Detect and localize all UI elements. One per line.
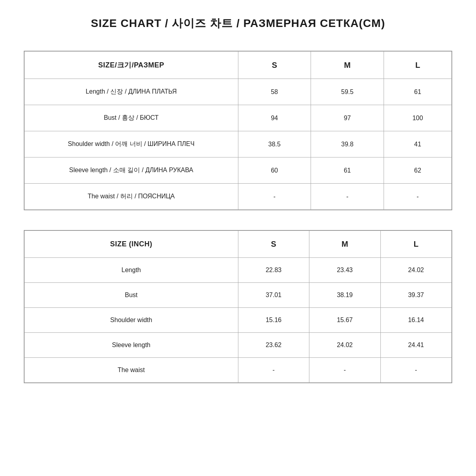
- inch-table-size-s: S: [238, 231, 309, 258]
- inch-row-label: Shoulder width: [25, 308, 238, 333]
- inch-row-l: 39.37: [380, 283, 452, 308]
- inch-table-row: The waist - - -: [25, 358, 452, 383]
- inch-row-m: 15.67: [309, 308, 381, 333]
- cm-table-size-s: S: [238, 52, 311, 79]
- inch-row-m: 24.02: [309, 333, 381, 358]
- cm-row-l: 100: [384, 105, 451, 131]
- inch-table-row: Length 22.83 23.43 24.02: [25, 258, 452, 283]
- cm-row-s: -: [238, 184, 311, 210]
- cm-row-l: 61: [384, 79, 451, 105]
- inch-table-size-l: L: [380, 231, 452, 258]
- inch-table-row: Bust 37.01 38.19 39.37: [25, 283, 452, 308]
- inch-row-s: 23.62: [238, 333, 309, 358]
- page-title: SIZE CHART / 사이즈 차트 / РАЗМЕРНАЯ СЕТКА(CM…: [91, 16, 385, 31]
- inch-table-row: Shoulder width 15.16 15.67 16.14: [25, 308, 452, 333]
- inch-row-label: Sleeve length: [25, 333, 238, 358]
- cm-row-m: 39.8: [311, 131, 384, 157]
- cm-row-m: -: [311, 184, 384, 210]
- cm-table-row: Bust / 흉상 / БЮСТ 94 97 100: [25, 105, 452, 131]
- inch-row-l: 24.41: [380, 333, 452, 358]
- inch-table-row: Sleeve length 23.62 24.02 24.41: [25, 333, 452, 358]
- cm-row-s: 58: [238, 79, 311, 105]
- cm-row-s: 94: [238, 105, 311, 131]
- cm-table-row: Length / 신장 / ДЛИНА ПЛАТЬЯ 58 59.5 61: [25, 79, 452, 105]
- inch-row-s: 15.16: [238, 308, 309, 333]
- inch-row-s: -: [238, 358, 309, 383]
- inch-row-m: -: [309, 358, 381, 383]
- inch-table-header-label: SIZE (INCH): [25, 231, 238, 258]
- inch-row-label: Length: [25, 258, 238, 283]
- cm-table-size-m: M: [311, 52, 384, 79]
- cm-table: SIZE/크기/РАЗМЕР S M L Length / 신장 / ДЛИНА…: [24, 51, 452, 210]
- inch-row-m: 38.19: [309, 283, 381, 308]
- cm-row-s: 60: [238, 157, 311, 184]
- cm-table-container: SIZE/크기/РАЗМЕР S M L Length / 신장 / ДЛИНА…: [24, 51, 452, 210]
- inch-row-l: -: [380, 358, 452, 383]
- cm-row-l: 41: [384, 131, 451, 157]
- inch-table: SIZE (INCH) S M L Length 22.83 23.43 24.…: [24, 230, 452, 383]
- cm-row-m: 61: [311, 157, 384, 184]
- cm-row-label: Length / 신장 / ДЛИНА ПЛАТЬЯ: [25, 79, 238, 105]
- cm-table-size-l: L: [384, 52, 451, 79]
- cm-table-header-label: SIZE/크기/РАЗМЕР: [25, 52, 238, 79]
- cm-row-label: Sleeve length / 소매 길이 / ДЛИНА РУКАВА: [25, 157, 238, 184]
- cm-row-l: 62: [384, 157, 451, 184]
- inch-table-size-m: M: [309, 231, 381, 258]
- cm-table-row: Shoulder width / 어깨 너비 / ШИРИНА ПЛЕЧ 38.…: [25, 131, 452, 157]
- inch-row-m: 23.43: [309, 258, 381, 283]
- cm-row-l: -: [384, 184, 451, 210]
- cm-row-label: Shoulder width / 어깨 너비 / ШИРИНА ПЛЕЧ: [25, 131, 238, 157]
- inch-row-s: 37.01: [238, 283, 309, 308]
- inch-row-s: 22.83: [238, 258, 309, 283]
- inch-row-label: The waist: [25, 358, 238, 383]
- cm-row-label: The waist / 허리 / ПОЯСНИЦА: [25, 184, 238, 210]
- cm-row-m: 59.5: [311, 79, 384, 105]
- cm-row-label: Bust / 흉상 / БЮСТ: [25, 105, 238, 131]
- cm-row-s: 38.5: [238, 131, 311, 157]
- cm-table-row: The waist / 허리 / ПОЯСНИЦА - - -: [25, 184, 452, 210]
- cm-table-row: Sleeve length / 소매 길이 / ДЛИНА РУКАВА 60 …: [25, 157, 452, 184]
- cm-row-m: 97: [311, 105, 384, 131]
- inch-row-l: 16.14: [380, 308, 452, 333]
- inch-row-label: Bust: [25, 283, 238, 308]
- inch-row-l: 24.02: [380, 258, 452, 283]
- inch-table-container: SIZE (INCH) S M L Length 22.83 23.43 24.…: [24, 230, 452, 383]
